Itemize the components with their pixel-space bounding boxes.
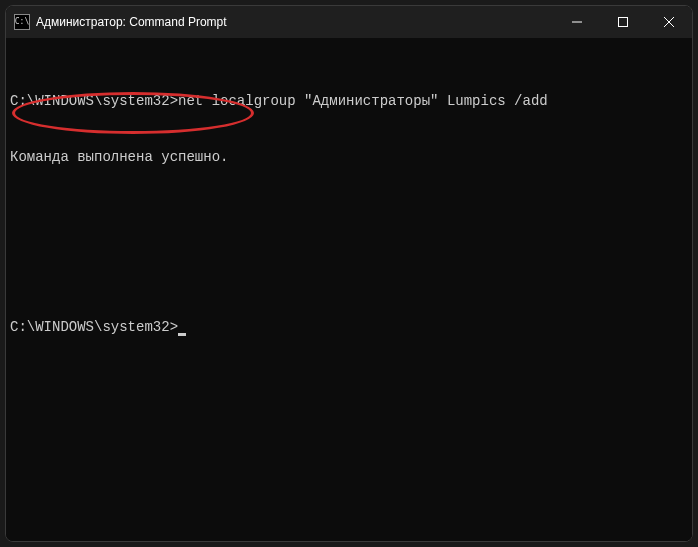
titlebar-controls	[554, 6, 692, 38]
command-prompt-window: C:\ Администратор: Command Prompt C:\WIN…	[5, 5, 693, 542]
minimize-button[interactable]	[554, 6, 600, 38]
output-text: Команда выполнена успешно.	[10, 149, 228, 165]
titlebar[interactable]: C:\ Администратор: Command Prompt	[6, 6, 692, 38]
svg-rect-1	[619, 18, 628, 27]
terminal-line: Команда выполнена успешно.	[10, 148, 688, 167]
maximize-button[interactable]	[600, 6, 646, 38]
titlebar-left: C:\ Администратор: Command Prompt	[14, 14, 227, 30]
cursor-icon	[178, 333, 186, 336]
command-text: net localgroup "Администраторы" Lumpics …	[178, 93, 548, 109]
terminal-line: C:\WINDOWS\system32>	[10, 318, 688, 337]
close-icon	[664, 17, 674, 27]
maximize-icon	[618, 17, 628, 27]
prompt-text: C:\WINDOWS\system32>	[10, 319, 178, 335]
cmd-icon: C:\	[14, 14, 30, 30]
window-title: Администратор: Command Prompt	[36, 15, 227, 29]
minimize-icon	[572, 17, 582, 27]
close-button[interactable]	[646, 6, 692, 38]
terminal-line: C:\WINDOWS\system32>net localgroup "Адми…	[10, 92, 688, 111]
terminal-line	[10, 205, 688, 224]
prompt-text: C:\WINDOWS\system32>	[10, 93, 178, 109]
terminal-line	[10, 262, 688, 281]
terminal-area[interactable]: C:\WINDOWS\system32>net localgroup "Адми…	[6, 38, 692, 541]
scrollbar[interactable]	[678, 38, 692, 541]
